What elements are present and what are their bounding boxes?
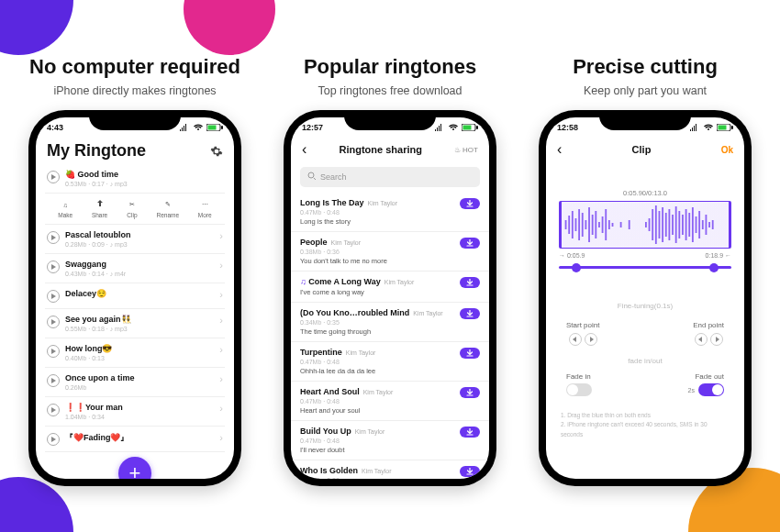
panel-no-computer: No computer required iPhone directly mak… <box>20 18 250 486</box>
music-icon: ♫ <box>60 199 71 210</box>
play-icon[interactable] <box>47 345 60 358</box>
back-button[interactable]: ‹ <box>557 141 562 158</box>
chevron-right-icon: › <box>219 260 223 271</box>
play-icon[interactable] <box>47 316 60 328</box>
download-button[interactable] <box>460 466 480 477</box>
play-icon[interactable] <box>47 290 60 303</box>
song-title: Long Is The DayKim Taylor <box>300 198 454 207</box>
play-icon[interactable] <box>47 260 60 273</box>
ok-button[interactable]: Ok <box>721 145 733 155</box>
play-icon[interactable] <box>47 374 60 387</box>
song-title: Once upon a time <box>65 373 214 382</box>
panel-clip: Precise cutting Keep only part you want … <box>530 18 760 486</box>
action-share[interactable]: Share <box>92 199 107 218</box>
signal-icon <box>179 124 190 131</box>
svg-rect-17 <box>588 207 590 242</box>
panel-heading: No computer required <box>29 55 240 79</box>
start-plus-button[interactable] <box>585 333 597 346</box>
search-input[interactable]: Search <box>300 167 480 187</box>
wifi-icon <box>448 124 459 131</box>
song-row[interactable]: ❗️❗️Your man1.04Mb · 0:34 › <box>45 397 225 427</box>
song-row[interactable]: Once upon a time0.26Mb › <box>45 368 225 397</box>
fadeout-value: 2s <box>688 387 695 393</box>
hot-button[interactable]: ♨HOT <box>454 146 478 154</box>
end-plus-button[interactable] <box>710 333 723 346</box>
song-row[interactable]: See you again👯0.55Mb · 0:18 · ♪ mp3 › <box>45 309 225 338</box>
chevron-right-icon: › <box>219 344 223 355</box>
song-artist: Kim Taylor <box>355 428 385 435</box>
wifi-icon <box>703 124 714 131</box>
song-title: PeopleKim Taylor <box>300 238 454 247</box>
song-meta: 0.28Mb · 0:09 · ♪ mp3 <box>65 241 214 248</box>
end-minus-button[interactable] <box>695 333 708 346</box>
download-button[interactable] <box>460 348 480 359</box>
song-artist: Kim Taylor <box>346 349 376 356</box>
action-clip[interactable]: ✂Clip <box>127 199 138 218</box>
song-title: How long😎 <box>65 344 214 353</box>
start-minus-button[interactable] <box>569 333 582 346</box>
song-row[interactable]: Swaggang0.43Mb · 0:14 · ♪ m4r › <box>45 254 225 283</box>
pencil-icon: ✎ <box>162 199 173 210</box>
action-make[interactable]: ♫Make <box>58 199 72 218</box>
download-button[interactable] <box>460 238 480 249</box>
song-row[interactable]: Heart And SoulKim Taylor0.47Mb · 0:48Hea… <box>291 382 489 421</box>
svg-rect-42 <box>696 216 697 233</box>
svg-rect-39 <box>685 209 687 240</box>
play-icon[interactable] <box>47 171 60 183</box>
song-row[interactable]: How long😎0.40Mb · 0:13 › <box>45 338 225 368</box>
song-title: Delacey😌 <box>65 289 214 298</box>
svg-rect-31 <box>659 211 661 238</box>
song-row[interactable]: Long Is The DayKim Taylor0.47Mb · 0:48Lo… <box>291 193 489 232</box>
download-button[interactable] <box>460 308 480 319</box>
svg-rect-18 <box>592 215 594 235</box>
song-artist: Kim Taylor <box>368 200 398 206</box>
waveform[interactable] <box>559 201 731 249</box>
song-row[interactable]: Pascal letoublon0.28Mb · 0:09 · ♪ mp3 › <box>45 225 225 254</box>
song-row[interactable]: Build You UpKim Taylor0.47Mb · 0:48I'll … <box>291 421 489 460</box>
song-artist: Kim Taylor <box>331 239 362 246</box>
screen-title: Ringtone sharing <box>339 144 421 155</box>
settings-icon[interactable] <box>210 145 223 158</box>
play-icon[interactable] <box>47 404 60 416</box>
download-button[interactable] <box>460 427 480 438</box>
slider-end-handle[interactable] <box>709 263 719 272</box>
song-title: Build You UpKim Taylor <box>300 427 454 436</box>
svg-rect-12 <box>572 211 574 238</box>
song-row[interactable]: Who Is GoldenKim Taylor0.26Mb · 0:28Hey … <box>291 460 489 479</box>
download-button[interactable] <box>460 198 480 209</box>
song-desc: Heart and your soul <box>300 406 454 415</box>
song-row[interactable]: (Do You Kno…roubled MindKim Taylor0.34Mb… <box>291 303 489 342</box>
song-desc: I'll never doubt <box>300 446 454 454</box>
song-meta: 0.55Mb · 0:18 · ♪ mp3 <box>65 326 214 332</box>
back-button[interactable]: ‹ <box>302 141 306 158</box>
svg-rect-5 <box>476 126 478 129</box>
download-button[interactable] <box>460 277 480 288</box>
tips: 1. Drag the blue thin on both ends 2. iP… <box>561 411 730 439</box>
panel-popular: Popular ringtones Top ringtones free dow… <box>275 18 505 486</box>
song-row[interactable]: ♫ Come A Long WayKim TaylorI've come a l… <box>291 272 489 303</box>
song-row[interactable]: PeopleKim Taylor0.38Mb · 0:36You don't t… <box>291 232 489 272</box>
fadeout-toggle[interactable] <box>698 383 724 396</box>
clip-slider[interactable] <box>559 266 731 269</box>
play-icon[interactable] <box>47 433 60 446</box>
svg-rect-2 <box>221 126 223 129</box>
add-button[interactable]: + <box>118 457 151 479</box>
action-bar: ♫Make Share ✂Clip ✎Rename ⋯More <box>45 194 225 225</box>
song-row[interactable]: Delacey😌 › <box>45 283 225 309</box>
action-rename[interactable]: ✎Rename <box>157 199 180 218</box>
svg-rect-43 <box>698 211 700 238</box>
svg-rect-4 <box>463 126 472 130</box>
action-more[interactable]: ⋯More <box>198 199 212 218</box>
song-meta: 0.47Mb · 0:48 <box>300 209 454 216</box>
svg-rect-1 <box>208 126 217 130</box>
selected-song-row[interactable]: 🍓 Good time 0.53Mb · 0:17 · ♪ mp3 <box>45 164 225 194</box>
song-row[interactable]: TurpentineKim Taylor0.47Mb · 0:48Ohhh-la… <box>291 342 489 382</box>
song-row[interactable]: 『❤️Fading❤️』 › <box>45 427 225 452</box>
fadein-toggle[interactable] <box>566 383 592 396</box>
song-desc: The time going through <box>300 327 454 336</box>
song-meta: 1.04Mb · 0:34 <box>65 414 214 420</box>
slider-start-handle[interactable] <box>572 263 581 272</box>
music-icon: ♫ <box>300 277 306 286</box>
play-icon[interactable] <box>47 231 60 244</box>
download-button[interactable] <box>460 387 480 398</box>
